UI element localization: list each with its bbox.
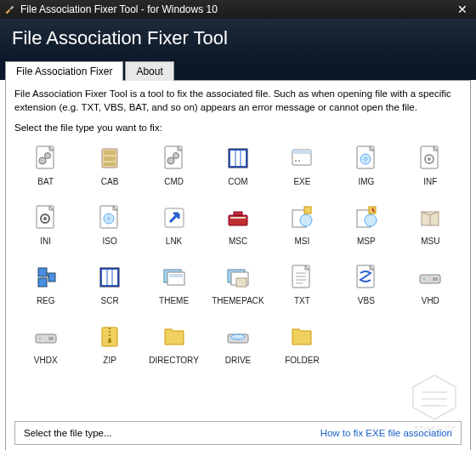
header-banner: File Association Fixer Tool xyxy=(0,19,476,61)
title-bar: File Association Fixer Tool - for Window… xyxy=(0,0,476,19)
svg-rect-11 xyxy=(230,151,246,166)
filetype-themepack[interactable]: THEMEPACK xyxy=(207,259,269,316)
filetype-label: LNK xyxy=(166,236,182,246)
filetype-zip[interactable]: ZIP xyxy=(78,318,140,376)
filetype-directory[interactable]: DIRECTORY xyxy=(143,318,205,376)
filetype-label: THEMEPACK xyxy=(212,296,264,305)
window-title: File Association Fixer Tool - for Window… xyxy=(20,3,452,15)
svg-rect-46 xyxy=(102,270,117,285)
svg-point-26 xyxy=(43,217,47,220)
zip-icon xyxy=(94,322,125,352)
filetype-msc[interactable]: MSC xyxy=(207,199,269,257)
disc-page-icon xyxy=(351,143,382,174)
filetype-msp[interactable]: MSP xyxy=(335,199,397,257)
filetype-msi[interactable]: MSI xyxy=(271,199,333,257)
filetype-label: CAB xyxy=(101,177,119,186)
svg-rect-66 xyxy=(48,337,54,340)
filetype-label: DRIVE xyxy=(225,356,252,365)
filetype-iso[interactable]: ISO xyxy=(78,199,140,257)
filetype-label: MSU xyxy=(421,236,439,246)
filetype-reg[interactable]: REG xyxy=(14,259,76,316)
status-text: Select the file type... xyxy=(24,428,112,438)
svg-rect-33 xyxy=(230,217,246,219)
filetype-folder[interactable]: FOLDER xyxy=(271,318,333,376)
svg-point-1 xyxy=(39,157,46,164)
svg-rect-5 xyxy=(104,157,116,161)
filetype-label: IMG xyxy=(358,177,374,186)
theme-pack-icon xyxy=(223,262,253,293)
filetype-label: SCR xyxy=(101,296,119,305)
filetype-label: TXT xyxy=(294,296,310,305)
file-type-grid: BATCABCMDCOMEXEIMGINFINIISOLNKMSCMSIMSPM… xyxy=(14,138,462,418)
cabinet-icon xyxy=(94,143,125,174)
svg-point-29 xyxy=(108,218,110,220)
filetype-com[interactable]: COM xyxy=(207,140,269,197)
drive-icon xyxy=(415,262,445,293)
filetype-vhd[interactable]: VHD xyxy=(400,259,462,316)
filetype-img[interactable]: IMG xyxy=(335,140,397,197)
filetype-exe[interactable]: EXE xyxy=(271,140,333,197)
drive-icon xyxy=(31,322,61,352)
gear-file-dark-icon xyxy=(31,202,61,233)
svg-point-65 xyxy=(39,338,41,339)
tab-strip: File Association Fixer About xyxy=(0,60,476,80)
main-panel: File Association Fixer Tool is a tool to… xyxy=(5,80,471,450)
filetype-inf[interactable]: INF xyxy=(400,140,462,197)
filetype-label: CMD xyxy=(164,177,184,186)
filetype-msu[interactable]: MSU xyxy=(400,199,462,257)
svg-rect-31 xyxy=(229,215,247,225)
svg-point-35 xyxy=(300,214,312,226)
shortcut-icon xyxy=(159,202,190,233)
filetype-drive[interactable]: DRIVE xyxy=(207,318,269,376)
prompt-text: Select the file type you want to fix: xyxy=(14,122,462,133)
svg-rect-41 xyxy=(38,268,47,276)
filetype-label: MSP xyxy=(357,236,376,246)
filetype-label: INI xyxy=(40,236,51,246)
svg-point-23 xyxy=(428,157,431,161)
filetype-vbs[interactable]: VBS xyxy=(335,259,397,316)
svg-point-62 xyxy=(423,278,425,280)
filetype-label: EXE xyxy=(293,177,310,186)
filetype-vhdx[interactable]: VHDX xyxy=(14,318,76,376)
app-icon xyxy=(3,3,15,15)
script-icon xyxy=(351,262,382,293)
registry-icon xyxy=(31,262,61,293)
svg-point-20 xyxy=(364,158,366,161)
filetype-theme[interactable]: THEME xyxy=(143,259,205,316)
filetype-label: MSI xyxy=(295,236,310,246)
help-link[interactable]: How to fix EXE file association xyxy=(320,428,452,438)
svg-point-8 xyxy=(167,157,174,164)
close-button[interactable]: ✕ xyxy=(452,3,473,16)
filetype-label: THEME xyxy=(159,296,189,305)
drive-disc-icon xyxy=(223,322,253,352)
filetype-cab[interactable]: CAB xyxy=(78,140,140,197)
tab-main[interactable]: File Association Fixer xyxy=(5,61,123,81)
filetype-lnk[interactable]: LNK xyxy=(143,199,205,257)
gear-page-icon xyxy=(159,143,190,174)
filetype-label: BAT xyxy=(37,177,54,186)
filetype-scr[interactable]: SCR xyxy=(78,259,140,316)
tab-about[interactable]: About xyxy=(125,61,173,81)
svg-rect-51 xyxy=(169,274,183,277)
svg-rect-4 xyxy=(104,151,116,155)
toolbox-icon xyxy=(223,202,253,233)
filetype-label: FOLDER xyxy=(285,356,320,365)
window-icon xyxy=(286,143,317,174)
filetype-txt[interactable]: TXT xyxy=(271,259,333,316)
app-title: File Association Fixer Tool xyxy=(12,27,464,49)
filetype-ini[interactable]: INI xyxy=(14,199,76,257)
installer-patch-icon xyxy=(351,202,382,233)
filetype-cmd[interactable]: CMD xyxy=(143,140,205,197)
installer-icon xyxy=(286,202,317,233)
filetype-label: MSC xyxy=(229,236,247,246)
filetype-label: ISO xyxy=(103,236,117,246)
svg-point-71 xyxy=(231,334,245,339)
filetype-label: ZIP xyxy=(103,356,116,365)
svg-rect-69 xyxy=(108,339,111,343)
svg-rect-6 xyxy=(104,162,116,166)
svg-point-2 xyxy=(44,153,50,159)
svg-point-16 xyxy=(295,160,297,162)
filetype-bat[interactable]: BAT xyxy=(14,140,76,197)
svg-rect-67 xyxy=(102,328,117,346)
folder-icon xyxy=(159,322,190,352)
